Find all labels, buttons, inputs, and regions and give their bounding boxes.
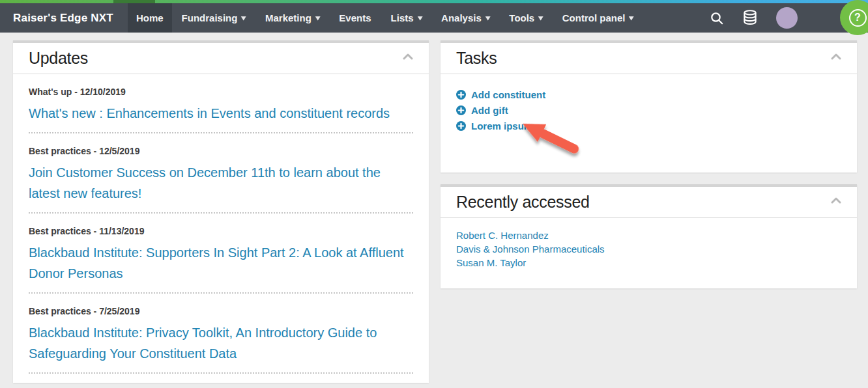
nav-item-tools[interactable]: Tools ▾	[499, 3, 552, 33]
nav-item-label: Analysis	[441, 12, 482, 23]
chevron-down-icon: ▾	[315, 14, 320, 21]
update-meta: Best practices - 7/25/2019	[29, 294, 413, 316]
chevron-down-icon: ▾	[629, 14, 634, 21]
update-link[interactable]: Join Customer Success on December 11th t…	[29, 162, 413, 204]
nav-item-label: Fundraising	[182, 12, 238, 23]
collapse-chevron-up-icon[interactable]	[831, 197, 841, 204]
nav-item-lists[interactable]: Lists ▾	[381, 3, 432, 33]
recently-accessed-title: Recently accessed	[456, 193, 590, 212]
update-item: Best practices - 12/5/2019 Join Customer…	[29, 133, 413, 214]
updates-title: Updates	[29, 49, 88, 68]
recently-accessed-panel: Recently accessed Robert C. Hernandez Da…	[441, 184, 857, 288]
update-item: Best practices - 7/25/2019 Blackbaud Ins…	[29, 294, 413, 374]
update-link[interactable]: Blackbaud Institute: Supporters In Sight…	[29, 242, 413, 284]
nav-item-label: Tools	[509, 12, 534, 23]
help-glyph: ?	[854, 12, 861, 23]
nav-tabs: Home Fundraising ▾ Marketing ▾ Events Li…	[128, 3, 643, 33]
update-link[interactable]: What's new : Enhancements in Events and …	[29, 103, 413, 124]
tasks-panel: Tasks Add constituent Add gift	[441, 40, 857, 173]
chevron-down-icon: ▾	[485, 14, 490, 21]
nav-item-fundraising[interactable]: Fundraising ▾	[172, 3, 255, 33]
recently-accessed-list: Robert C. Hernandez Davis & Johnson Phar…	[441, 218, 857, 270]
update-item: What's up - 12/10/2019 What's new : Enha…	[29, 74, 413, 133]
nav-item-label: Control panel	[562, 12, 626, 23]
updates-list: What's up - 12/10/2019 What's new : Enha…	[13, 74, 429, 374]
update-meta: Best practices - 12/5/2019	[29, 133, 413, 156]
recent-record-link[interactable]: Robert C. Hernandez	[456, 229, 841, 242]
chevron-down-icon: ▾	[418, 14, 422, 21]
lorem-ipsum-link[interactable]: Lorem ipsum	[456, 118, 841, 133]
task-label: Add constituent	[471, 89, 545, 100]
tasks-list: Add constituent Add gift Lorem ipsum	[441, 74, 857, 133]
brand-gradient-strip	[0, 0, 868, 3]
nav-item-marketing[interactable]: Marketing ▾	[255, 3, 329, 33]
updates-header: Updates	[13, 43, 429, 74]
tasks-header: Tasks	[441, 43, 857, 74]
plus-circle-icon	[456, 105, 466, 115]
annotation-arrow	[516, 112, 598, 159]
app-title: Raiser's Edge NXT	[0, 3, 128, 33]
nav-item-label: Marketing	[265, 12, 311, 23]
database-icon[interactable]	[742, 10, 758, 27]
updates-panel: Updates What's up - 12/10/2019 What's ne…	[13, 40, 429, 383]
recent-record-link[interactable]: Susan M. Taylor	[456, 256, 841, 270]
nav-item-analysis[interactable]: Analysis ▾	[431, 3, 499, 33]
dotted-divider	[29, 372, 413, 374]
nav-item-home[interactable]: Home	[128, 3, 172, 33]
active-tab-strip	[113, 0, 155, 3]
user-avatar[interactable]	[776, 7, 798, 29]
update-meta: What's up - 12/10/2019	[29, 74, 413, 97]
tasks-title: Tasks	[456, 49, 497, 68]
chevron-down-icon: ▾	[242, 14, 246, 21]
chevron-down-icon: ▾	[539, 14, 543, 21]
plus-circle-icon	[456, 90, 466, 100]
nav-item-control-panel[interactable]: Control panel ▾	[553, 3, 643, 33]
top-navbar: Raiser's Edge NXT Home Fundraising ▾ Mar…	[0, 3, 868, 33]
collapse-chevron-up-icon[interactable]	[831, 53, 841, 60]
add-gift-link[interactable]: Add gift	[456, 102, 841, 118]
collapse-chevron-up-icon[interactable]	[403, 53, 413, 60]
plus-circle-icon	[456, 121, 466, 131]
add-constituent-link[interactable]: Add constituent	[456, 87, 841, 102]
recent-record-link[interactable]: Davis & Johnson Pharmaceuticals	[456, 242, 841, 256]
update-meta: Best practices - 11/13/2019	[29, 214, 413, 236]
nav-item-label: Home	[136, 12, 164, 23]
update-link[interactable]: Blackbaud Institute: Privacy Toolkit, An…	[29, 322, 413, 364]
search-icon[interactable]	[710, 11, 724, 25]
update-item: Best practices - 11/13/2019 Blackbaud In…	[29, 214, 413, 294]
nav-item-label: Events	[339, 12, 371, 23]
recently-accessed-header: Recently accessed	[441, 187, 857, 218]
question-mark-icon: ?	[849, 9, 867, 27]
task-label: Add gift	[471, 105, 508, 116]
nav-item-events[interactable]: Events	[329, 3, 381, 33]
nav-item-label: Lists	[391, 12, 414, 23]
